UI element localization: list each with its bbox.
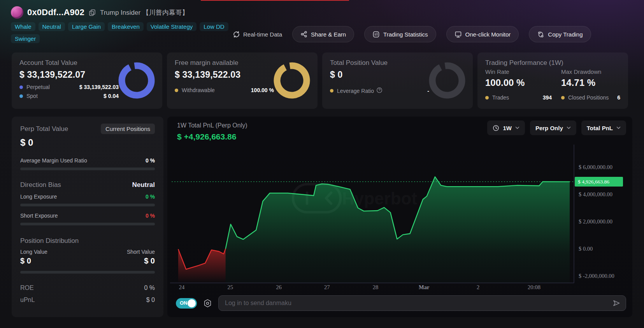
trader-nickname: Trump Insider 【川普内幕哥】 (100, 8, 189, 17)
share-earn-button[interactable]: Share & Earn (292, 26, 354, 42)
pnl-area-negative (178, 249, 226, 283)
roe-label: ROE (20, 284, 34, 291)
roe-value: 0 % (144, 284, 155, 291)
share-icon (300, 31, 307, 38)
legend-spot: Spot $ 0.04 (19, 93, 119, 99)
y-axis-tick: $ -2,000,000.00 (579, 273, 614, 279)
current-positions-button[interactable]: Current Positions (101, 124, 155, 134)
legend-withdrawable: Withdrawable 100.00 % (175, 87, 274, 93)
tag-list: Whale Neutral Large Gain Breakeven Volat… (11, 22, 229, 43)
send-icon[interactable] (612, 299, 621, 307)
max-drawdown-label: Max Drawdown (561, 68, 601, 75)
perpetual-label: Perpetual (26, 84, 50, 90)
perp-summary-panel: Perp Total Value Current Positions $ 0 A… (12, 117, 163, 317)
long-value: $ 0 (20, 256, 31, 265)
monitor-icon (454, 31, 462, 38)
pnl-area-chart: Hyperbot $ 6,000,000.00$ 4,000,000.00$ 2… (170, 139, 634, 291)
max-drawdown-value: 14.71 % (561, 77, 601, 88)
spot-dot (19, 94, 23, 98)
upnl-value: $ 0 (146, 297, 155, 304)
time-range-dropdown[interactable]: 1W (487, 120, 525, 135)
danmaku-toggle[interactable]: ON (176, 298, 197, 309)
scope-dropdown[interactable]: Perp Only (530, 120, 576, 135)
avg-margin-value: 0 % (146, 157, 155, 164)
y-axis-tick: $ 4,000,000.00 (579, 191, 612, 197)
leverage-label: Leverage Ratio (337, 88, 374, 94)
spot-label: Spot (26, 93, 38, 99)
pnl-chart-title: 1W Total PnL (Perp Only) (177, 122, 247, 129)
withdrawable-dot (175, 89, 178, 92)
copy-trading-label: Copy Trading (548, 31, 583, 38)
tag-swinger: Swinger (11, 34, 40, 43)
clock-icon (493, 125, 499, 131)
position-donut-chart (428, 58, 467, 101)
account-donut-chart (117, 58, 156, 101)
chevron-down-icon (616, 126, 621, 129)
trades-label: Trades (492, 94, 509, 101)
long-value-label: Long Value (20, 249, 47, 255)
x-axis-tick: 24 (179, 284, 185, 290)
tag-large-gain: Large Gain (68, 22, 105, 31)
header-actions: Real-time Data Share & Earn Trading Stat… (233, 26, 591, 43)
perpetual-value: $ 33,139,522.03 (79, 84, 119, 90)
trades-value: 394 (543, 94, 552, 101)
x-axis-tick: 2 (477, 284, 479, 290)
chevron-down-icon (515, 126, 519, 129)
one-click-monitor-button[interactable]: One-click Monitor (446, 26, 519, 42)
avatar (11, 6, 23, 19)
refresh-icon (233, 31, 240, 38)
position-distribution-label: Position Distribution (20, 237, 79, 245)
x-axis-tick: 25 (228, 284, 233, 290)
withdrawable-value: 100.00 % (251, 87, 274, 93)
scope-value: Perp Only (535, 125, 563, 131)
metric-value: Total PnL (587, 125, 613, 131)
card-total-position-value: Total Position Value $ 0 Leverage Ratio … (322, 52, 473, 109)
direction-bias-label: Direction Bias (20, 181, 61, 189)
pnl-chart-panel: 1W Total PnL (Perp Only) $ +4,926,663.86… (167, 117, 632, 317)
profile-header: 0x0Ddf...A902 Trump Insider 【川普内幕哥】 Whal… (11, 6, 229, 43)
realtime-data-refresh[interactable]: Real-time Data (233, 31, 282, 38)
leverage-dot (330, 89, 333, 92)
trading-statistics-button[interactable]: Trading Statistics (364, 26, 436, 42)
metric-dropdown[interactable]: Total PnL (581, 120, 626, 135)
question-circle-icon[interactable] (376, 87, 383, 94)
closed-positions-dot (561, 96, 565, 99)
win-rate-label: Win Rate (485, 68, 561, 75)
card-trading-performance: Trading Performance (1W) Win Rate 100.00… (477, 52, 628, 109)
copy-address-icon[interactable] (88, 9, 96, 16)
closed-positions-value: 6 (617, 94, 620, 101)
avg-margin-label: Average Margin Used Ratio (20, 157, 87, 164)
short-exposure-value: 0 % (146, 213, 155, 219)
x-axis-tick: Mar (419, 284, 430, 290)
short-value-label: Short Value (127, 249, 155, 255)
avg-margin-progress (20, 167, 155, 170)
danmaku-settings-icon[interactable] (203, 298, 212, 308)
danmaku-toggle-label: ON (180, 300, 188, 306)
card-free-margin: Free margin available $ 33,139,522.03 Wi… (167, 52, 318, 109)
toggle-knob (188, 299, 196, 307)
trading-statistics-label: Trading Statistics (383, 31, 428, 38)
tag-breakeven: Breakeven (108, 22, 144, 31)
card-account-total-value: Account Total Value $ 33,139,522.07 Perp… (12, 52, 162, 109)
x-axis-tick: 27 (324, 284, 330, 290)
long-exposure-progress (20, 204, 155, 206)
x-axis-tick: 20:08 (528, 284, 540, 290)
margin-donut-chart (272, 58, 311, 101)
long-exposure-value: 0 % (146, 194, 155, 200)
spot-value: $ 0.04 (104, 93, 119, 99)
danmaku-streak (201, 0, 349, 1)
closed-positions-label: Closed Positions (568, 94, 609, 101)
perpetual-dot (19, 85, 23, 89)
x-axis-tick: 28 (373, 284, 379, 290)
win-rate-value: 100.00 % (485, 77, 561, 88)
closed-positions-stat: Closed Positions 6 (561, 94, 620, 101)
danmaku-bar: ON (176, 295, 626, 311)
upnl-label: uPnL (20, 297, 35, 304)
x-axis-tick: 26 (276, 284, 282, 290)
short-exposure-label: Short Exposure (20, 213, 58, 219)
danmaku-input[interactable] (218, 295, 626, 311)
tag-whale: Whale (11, 22, 35, 31)
current-value-badge-text: $ 4,926,663.86 (578, 179, 609, 185)
copy-trading-button[interactable]: Copy Trading (529, 26, 591, 42)
legend-leverage-ratio: Leverage Ratio - (330, 87, 429, 94)
